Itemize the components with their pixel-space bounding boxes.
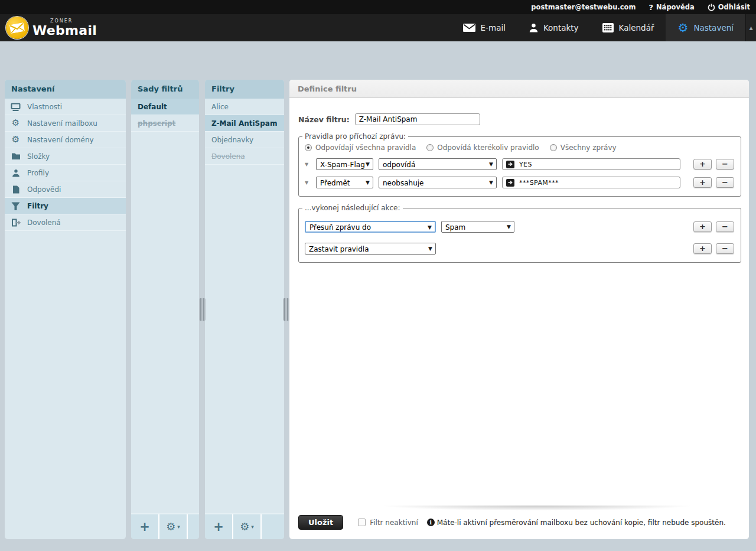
plus-icon: + <box>139 521 150 533</box>
filter-editor-title: Definice filtru <box>289 80 749 98</box>
match-any-label: Odpovídá kterékoliv pravidlo <box>437 144 539 152</box>
filter-name-row: Název filtru: <box>298 113 738 125</box>
sidebar-item-nastaveni-mailboxu[interactable]: ⚙ Nastavení mailboxu <box>5 115 126 132</box>
nav-email[interactable]: E-mail <box>451 14 517 41</box>
actions-fieldset: ...vykonej následující akce: Přesuň zprá… <box>298 204 741 263</box>
rule-buttons: + − <box>693 177 734 188</box>
remove-rule-button[interactable]: − <box>716 177 734 188</box>
match-any-option[interactable]: Odpovídá kterékoliv pravidlo <box>426 144 539 152</box>
sidebar-item-label: Profily <box>27 169 49 177</box>
chevron-down-icon: ▼ <box>428 225 432 230</box>
sidebar-item-slozky[interactable]: Složky <box>5 148 126 165</box>
remove-action-button[interactable]: − <box>716 221 734 232</box>
plus-icon: + <box>213 521 224 533</box>
rule-value-input[interactable]: ***SPAM*** <box>502 177 680 188</box>
chevron-down-icon: ▼ <box>507 224 511 230</box>
footer-info-text: Máte-li aktivní přesměrování mailboxu be… <box>437 519 726 527</box>
rule-value-text: ***SPAM*** <box>519 179 559 187</box>
settings-menu-panel: Nastavení Vlastnosti ⚙ Nastavení mailbox… <box>5 80 126 539</box>
sidebar-item-vlastnosti[interactable]: Vlastnosti <box>5 99 126 115</box>
email-icon <box>463 24 475 32</box>
document-icon <box>10 185 21 194</box>
sidebar-item-label: Odpovědi <box>27 185 61 194</box>
calendar-icon <box>602 23 614 32</box>
add-filter-set-button[interactable]: + <box>131 514 159 539</box>
collapse-header-button[interactable]: ▲ <box>745 14 756 41</box>
folder-icon <box>10 152 21 160</box>
filter-set-actions-button[interactable]: ⚙ ▾ <box>159 514 188 539</box>
action-target-select[interactable]: Spam ▼ <box>441 221 514 233</box>
filter-name-input[interactable] <box>355 113 480 125</box>
chevron-down-icon: ▼ <box>366 180 370 185</box>
action-value: Přesuň zprávu do <box>309 223 371 232</box>
settings-gear-icon: ⚙ <box>677 22 688 34</box>
sidebar-item-filtry[interactable]: Filtry <box>5 198 126 214</box>
filter-actions-button[interactable]: ⚙ ▾ <box>233 514 262 539</box>
remove-action-button[interactable]: − <box>716 243 734 254</box>
action-select[interactable]: Zastavit pravidla ▼ <box>305 243 436 255</box>
exit-icon <box>10 219 21 227</box>
rule-field-select[interactable]: Předmět ▼ <box>316 177 373 188</box>
logout-link[interactable]: Odhlásit <box>708 3 750 11</box>
filter-set-item[interactable]: phpscript <box>131 115 199 132</box>
add-rule-button[interactable]: + <box>693 177 712 188</box>
filter-inactive-checkbox[interactable] <box>358 519 366 526</box>
rule-field-select[interactable]: X-Spam-Flag ▼ <box>316 158 373 170</box>
nav-kontakty[interactable]: Kontakty <box>517 14 591 41</box>
add-filter-button[interactable]: + <box>205 514 233 539</box>
app-header: ZONER Webmail E-mail Kontakty Kalendář ⚙… <box>0 14 756 41</box>
reorder-caret-icon[interactable]: ▼ <box>305 162 311 167</box>
help-link[interactable]: ? Nápověda <box>649 3 694 12</box>
condition-rule-row: ▼ X-Spam-Flag ▼ odpovídá ▼ YES <box>305 158 735 170</box>
logo-webmail-label: Webmail <box>32 24 97 37</box>
match-all-messages-option[interactable]: Všechny zprávy <box>550 144 617 152</box>
filters-panel: Filtry Alice Z-Mail AntiSpam Objednavky … <box>205 80 284 539</box>
sidebar-item-nastaveni-domeny[interactable]: ⚙ Nastavení domény <box>5 132 126 148</box>
rule-buttons: + − <box>693 159 734 169</box>
filter-set-item[interactable]: Default <box>131 99 199 115</box>
add-rule-button[interactable]: + <box>693 159 712 169</box>
action-select[interactable]: Přesuň zprávu do ▼ <box>305 221 436 233</box>
filter-item[interactable]: Dovolena <box>205 148 284 165</box>
filter-sets-panel: Sady filtrů Default phpscript + ⚙ ▾ <box>131 80 199 539</box>
rule-operator-select[interactable]: odpovídá ▼ <box>379 158 497 170</box>
reorder-caret-icon[interactable]: ▼ <box>305 180 311 185</box>
conditions-fieldset: Pravidla pro příchozí zprávu: Odpovídají… <box>298 132 741 197</box>
nav-kalendar-label: Kalendář <box>619 23 654 32</box>
nav-kalendar[interactable]: Kalendář <box>591 14 666 41</box>
chevron-down-icon: ▾ <box>251 524 254 530</box>
sidebar-item-profily[interactable]: Profily <box>5 165 126 181</box>
sidebar-item-label: Dovolená <box>27 219 61 227</box>
chevron-down-icon: ▼ <box>428 246 432 252</box>
filter-item[interactable]: Objednavky <box>205 132 284 148</box>
rule-operator-value: neobsahuje <box>383 179 423 187</box>
match-all-option[interactable]: Odpovídají všechna pravidla <box>305 144 416 152</box>
logo-text: ZONER Webmail <box>32 19 97 37</box>
filter-item[interactable]: Alice <box>205 99 284 115</box>
match-options-row: Odpovídají všechna pravidla Odpovídá kte… <box>305 144 735 152</box>
rule-operator-select[interactable]: neobsahuje ▼ <box>379 177 497 188</box>
chevron-down-icon: ▼ <box>366 162 370 167</box>
sidebar-item-dovolena[interactable]: Dovolená <box>5 214 126 231</box>
webmail-logo[interactable]: ZONER Webmail <box>6 14 97 41</box>
save-button[interactable]: Uložit <box>298 515 343 530</box>
settings-menu-title: Nastavení <box>5 80 126 99</box>
rule-value-input[interactable]: YES <box>502 158 680 170</box>
help-label: Nápověda <box>656 3 695 11</box>
gear-icon: ⚙ <box>10 135 21 144</box>
remove-rule-button[interactable]: − <box>716 159 734 169</box>
radio-icon <box>305 144 312 151</box>
nav-nastaveni[interactable]: ⚙ Nastavení <box>666 14 745 41</box>
editor-footer: Uložit Filtr neaktivní i Máte-li aktivní… <box>298 515 739 530</box>
contacts-icon <box>529 23 538 32</box>
add-action-button[interactable]: + <box>693 221 712 232</box>
filter-item[interactable]: Z-Mail AntiSpam <box>205 115 284 132</box>
splitter-grip[interactable] <box>199 298 206 321</box>
sidebar-item-odpovedi[interactable]: Odpovědi <box>5 181 126 198</box>
condition-rule-row: ▼ Předmět ▼ neobsahuje ▼ ***SPAM*** <box>305 177 735 188</box>
chevron-up-icon: ▲ <box>749 25 752 31</box>
splitter-grip[interactable] <box>283 298 289 321</box>
nav-nastaveni-label: Nastavení <box>693 23 734 32</box>
filter-inactive-label: Filtr neaktivní <box>370 519 418 527</box>
add-action-button[interactable]: + <box>693 243 712 254</box>
